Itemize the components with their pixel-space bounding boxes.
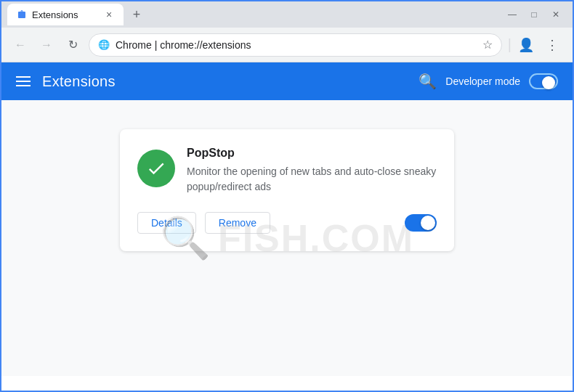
extension-info: PopStop Monitor the opening of new tabs … — [187, 147, 437, 195]
details-button[interactable]: Details — [137, 212, 196, 234]
toggle-knob — [542, 76, 555, 89]
page-title: Extensions — [42, 73, 116, 90]
back-icon: ← — [15, 38, 26, 52]
new-tab-button[interactable]: + — [126, 4, 147, 25]
tab-label: Extensions — [32, 9, 99, 20]
back-button[interactable]: ← — [10, 35, 31, 55]
tab-close-button[interactable]: × — [103, 9, 115, 20]
remove-button[interactable]: Remove — [205, 212, 270, 234]
window-close-button[interactable]: ✕ — [551, 9, 561, 20]
extension-enable-toggle[interactable] — [405, 214, 437, 232]
secure-icon: 🌐 — [98, 39, 110, 51]
developer-mode-label: Developer mode — [445, 75, 520, 87]
extension-name: PopStop — [187, 147, 437, 160]
developer-mode-toggle[interactable] — [529, 73, 558, 89]
extension-description: Monitor the opening of new tabs and auto… — [187, 164, 437, 195]
extension-card-top: PopStop Monitor the opening of new tabs … — [137, 147, 437, 195]
addressbar: ← → ↻ 🌐 Chrome | chrome://extensions ☆ |… — [1, 28, 573, 62]
extension-toggle-knob — [421, 216, 435, 230]
extensions-content: 🔍 FISH.COM PopStop Monitor the opening o… — [1, 100, 573, 376]
reload-icon: ↻ — [68, 38, 78, 52]
url-separator-bar: | — [508, 36, 512, 53]
reload-button[interactable]: ↻ — [62, 35, 83, 55]
url-site: Chrome — [116, 39, 152, 51]
active-tab: Extensions × — [7, 4, 124, 25]
header-right-controls: 🔍 Developer mode — [419, 73, 558, 90]
extension-enabled-icon — [137, 150, 175, 187]
extension-card: PopStop Monitor the opening of new tabs … — [120, 129, 454, 251]
search-icon[interactable]: 🔍 — [419, 73, 437, 90]
hamburger-line-3 — [16, 85, 31, 86]
minimize-button[interactable]: — — [507, 9, 517, 20]
menu-button[interactable]: ⋮ — [541, 33, 564, 57]
url-text: Chrome | chrome://extensions — [116, 39, 477, 51]
titlebar: Extensions × + — □ ✕ — [1, 1, 573, 28]
toolbar-icons: | 👤 ⋮ — [508, 33, 564, 57]
hamburger-line-1 — [16, 76, 31, 78]
hamburger-menu-button[interactable] — [16, 76, 31, 86]
maximize-button[interactable]: □ — [529, 9, 539, 20]
bookmark-star-icon[interactable]: ☆ — [482, 38, 493, 52]
menu-icon: ⋮ — [546, 37, 559, 53]
extensions-header: Extensions 🔍 Developer mode — [1, 62, 573, 100]
forward-button[interactable]: → — [36, 35, 57, 55]
forward-icon: → — [41, 38, 52, 52]
hamburger-line-2 — [16, 81, 31, 82]
url-path: chrome://extensions — [160, 39, 251, 51]
url-bar[interactable]: 🌐 Chrome | chrome://extensions ☆ — [89, 33, 502, 57]
profile-button[interactable]: 👤 — [514, 33, 538, 57]
window-controls: — □ ✕ — [507, 9, 567, 20]
profile-icon: 👤 — [518, 37, 534, 53]
tab-extension-icon — [16, 9, 28, 20]
extension-card-bottom: Details Remove — [137, 212, 437, 234]
